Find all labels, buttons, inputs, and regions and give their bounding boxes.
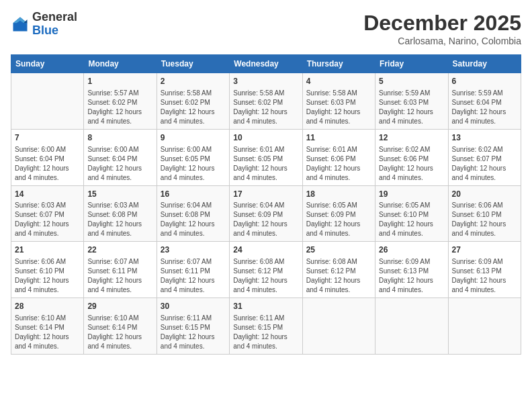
- day-info: Sunrise: 6:07 AM Sunset: 6:11 PM Dayligh…: [161, 257, 226, 295]
- day-cell: 22Sunrise: 6:07 AM Sunset: 6:11 PM Dayli…: [84, 242, 157, 298]
- day-info: Sunrise: 6:09 AM Sunset: 6:13 PM Dayligh…: [452, 257, 517, 295]
- day-cell: 24Sunrise: 6:08 AM Sunset: 6:12 PM Dayli…: [230, 242, 302, 298]
- day-number: 25: [306, 244, 371, 256]
- day-cell: 16Sunrise: 6:04 AM Sunset: 6:08 PM Dayli…: [157, 185, 229, 242]
- header-cell-monday: Monday: [84, 55, 157, 73]
- day-info: Sunrise: 6:07 AM Sunset: 6:11 PM Dayligh…: [87, 257, 152, 295]
- day-cell: 30Sunrise: 6:11 AM Sunset: 6:15 PM Dayli…: [157, 298, 229, 355]
- day-cell: 8Sunrise: 6:00 AM Sunset: 6:04 PM Daylig…: [84, 129, 157, 185]
- day-number: 9: [161, 132, 226, 144]
- day-cell: 18Sunrise: 6:05 AM Sunset: 6:09 PM Dayli…: [302, 185, 375, 242]
- week-row-2: 7Sunrise: 6:00 AM Sunset: 6:04 PM Daylig…: [11, 129, 521, 185]
- day-cell: 11Sunrise: 6:01 AM Sunset: 6:06 PM Dayli…: [302, 129, 375, 185]
- day-info: Sunrise: 6:05 AM Sunset: 6:09 PM Dayligh…: [306, 201, 371, 238]
- day-number: 10: [233, 132, 298, 144]
- day-number: 1: [87, 76, 152, 87]
- day-number: 27: [452, 244, 517, 256]
- day-number: 6: [452, 76, 517, 87]
- header-row: SundayMondayTuesdayWednesdayThursdayFrid…: [11, 55, 521, 73]
- day-number: 4: [306, 76, 371, 87]
- day-cell: 6Sunrise: 5:59 AM Sunset: 6:04 PM Daylig…: [448, 73, 521, 130]
- day-number: 23: [161, 244, 226, 256]
- day-cell: 27Sunrise: 6:09 AM Sunset: 6:13 PM Dayli…: [448, 242, 521, 298]
- day-number: 30: [161, 301, 226, 312]
- day-number: 11: [306, 132, 371, 144]
- day-info: Sunrise: 6:08 AM Sunset: 6:12 PM Dayligh…: [233, 257, 298, 295]
- day-number: 19: [379, 189, 444, 200]
- week-row-5: 28Sunrise: 6:10 AM Sunset: 6:14 PM Dayli…: [11, 298, 521, 355]
- day-number: 28: [15, 301, 80, 312]
- day-number: 16: [161, 189, 226, 200]
- calendar-table: SundayMondayTuesdayWednesdayThursdayFrid…: [11, 54, 521, 355]
- day-info: Sunrise: 5:57 AM Sunset: 6:02 PM Dayligh…: [87, 89, 152, 126]
- header-cell-wednesday: Wednesday: [230, 55, 302, 73]
- week-row-1: 1Sunrise: 5:57 AM Sunset: 6:02 PM Daylig…: [11, 73, 521, 130]
- day-cell: 3Sunrise: 5:58 AM Sunset: 6:02 PM Daylig…: [230, 73, 302, 130]
- day-number: 13: [452, 132, 517, 144]
- day-cell: 17Sunrise: 6:04 AM Sunset: 6:09 PM Dayli…: [230, 185, 302, 242]
- day-cell: 7Sunrise: 6:00 AM Sunset: 6:04 PM Daylig…: [11, 129, 84, 185]
- day-cell: 21Sunrise: 6:06 AM Sunset: 6:10 PM Dayli…: [11, 242, 84, 298]
- day-info: Sunrise: 5:58 AM Sunset: 6:02 PM Dayligh…: [161, 89, 226, 126]
- calendar-body: 1Sunrise: 5:57 AM Sunset: 6:02 PM Daylig…: [11, 73, 521, 355]
- calendar-header: SundayMondayTuesdayWednesdayThursdayFrid…: [11, 55, 521, 73]
- day-info: Sunrise: 6:04 AM Sunset: 6:09 PM Dayligh…: [233, 201, 298, 238]
- day-number: 29: [87, 301, 152, 312]
- logo: General Blue: [11, 11, 77, 38]
- day-cell: 19Sunrise: 6:05 AM Sunset: 6:10 PM Dayli…: [375, 185, 448, 242]
- day-info: Sunrise: 6:11 AM Sunset: 6:15 PM Dayligh…: [233, 314, 298, 351]
- logo-text: General Blue: [32, 11, 77, 38]
- day-cell: [302, 298, 375, 355]
- day-cell: 4Sunrise: 5:58 AM Sunset: 6:03 PM Daylig…: [302, 73, 375, 130]
- day-info: Sunrise: 6:01 AM Sunset: 6:05 PM Dayligh…: [233, 145, 298, 183]
- day-number: 31: [233, 301, 298, 312]
- week-row-4: 21Sunrise: 6:06 AM Sunset: 6:10 PM Dayli…: [11, 242, 521, 298]
- header-cell-friday: Friday: [375, 55, 448, 73]
- day-info: Sunrise: 6:00 AM Sunset: 6:04 PM Dayligh…: [87, 145, 152, 183]
- day-info: Sunrise: 6:11 AM Sunset: 6:15 PM Dayligh…: [161, 314, 226, 351]
- day-info: Sunrise: 6:03 AM Sunset: 6:07 PM Dayligh…: [15, 201, 80, 238]
- day-number: 2: [161, 76, 226, 87]
- day-number: 21: [15, 244, 80, 256]
- day-number: 17: [233, 189, 298, 200]
- day-cell: 25Sunrise: 6:08 AM Sunset: 6:12 PM Dayli…: [302, 242, 375, 298]
- day-cell: 28Sunrise: 6:10 AM Sunset: 6:14 PM Dayli…: [11, 298, 84, 355]
- day-number: 20: [452, 189, 517, 200]
- header-cell-saturday: Saturday: [448, 55, 521, 73]
- day-info: Sunrise: 6:00 AM Sunset: 6:04 PM Dayligh…: [15, 145, 80, 183]
- day-cell: 12Sunrise: 6:02 AM Sunset: 6:06 PM Dayli…: [375, 129, 448, 185]
- day-info: Sunrise: 6:04 AM Sunset: 6:08 PM Dayligh…: [161, 201, 226, 238]
- day-info: Sunrise: 6:06 AM Sunset: 6:10 PM Dayligh…: [15, 257, 80, 295]
- day-info: Sunrise: 6:02 AM Sunset: 6:07 PM Dayligh…: [452, 145, 517, 183]
- logo-icon: [11, 15, 30, 34]
- header-cell-thursday: Thursday: [302, 55, 375, 73]
- header-cell-tuesday: Tuesday: [157, 55, 229, 73]
- day-cell: 1Sunrise: 5:57 AM Sunset: 6:02 PM Daylig…: [84, 73, 157, 130]
- day-number: 18: [306, 189, 371, 200]
- day-info: Sunrise: 6:09 AM Sunset: 6:13 PM Dayligh…: [379, 257, 444, 295]
- day-cell: 2Sunrise: 5:58 AM Sunset: 6:02 PM Daylig…: [157, 73, 229, 130]
- week-row-3: 14Sunrise: 6:03 AM Sunset: 6:07 PM Dayli…: [11, 185, 521, 242]
- day-cell: 14Sunrise: 6:03 AM Sunset: 6:07 PM Dayli…: [11, 185, 84, 242]
- page-header: General Blue December 2025 Carlosama, Na…: [11, 11, 521, 46]
- day-info: Sunrise: 6:06 AM Sunset: 6:10 PM Dayligh…: [452, 201, 517, 238]
- day-number: 3: [233, 76, 298, 87]
- day-cell: 26Sunrise: 6:09 AM Sunset: 6:13 PM Dayli…: [375, 242, 448, 298]
- day-number: 22: [87, 244, 152, 256]
- day-cell: 5Sunrise: 5:59 AM Sunset: 6:03 PM Daylig…: [375, 73, 448, 130]
- title-block: December 2025 Carlosama, Narino, Colombi…: [363, 11, 521, 46]
- day-number: 8: [87, 132, 152, 144]
- day-info: Sunrise: 6:05 AM Sunset: 6:10 PM Dayligh…: [379, 201, 444, 238]
- day-info: Sunrise: 6:10 AM Sunset: 6:14 PM Dayligh…: [15, 314, 80, 351]
- day-info: Sunrise: 5:58 AM Sunset: 6:02 PM Dayligh…: [233, 89, 298, 126]
- day-cell: [11, 73, 84, 130]
- day-info: Sunrise: 5:59 AM Sunset: 6:03 PM Dayligh…: [379, 89, 444, 126]
- day-info: Sunrise: 6:01 AM Sunset: 6:06 PM Dayligh…: [306, 145, 371, 183]
- day-cell: 29Sunrise: 6:10 AM Sunset: 6:14 PM Dayli…: [84, 298, 157, 355]
- day-cell: 31Sunrise: 6:11 AM Sunset: 6:15 PM Dayli…: [230, 298, 302, 355]
- day-info: Sunrise: 5:58 AM Sunset: 6:03 PM Dayligh…: [306, 89, 371, 126]
- day-info: Sunrise: 6:02 AM Sunset: 6:06 PM Dayligh…: [379, 145, 444, 183]
- day-cell: 15Sunrise: 6:03 AM Sunset: 6:08 PM Dayli…: [84, 185, 157, 242]
- day-info: Sunrise: 5:59 AM Sunset: 6:04 PM Dayligh…: [452, 89, 517, 126]
- day-info: Sunrise: 6:08 AM Sunset: 6:12 PM Dayligh…: [306, 257, 371, 295]
